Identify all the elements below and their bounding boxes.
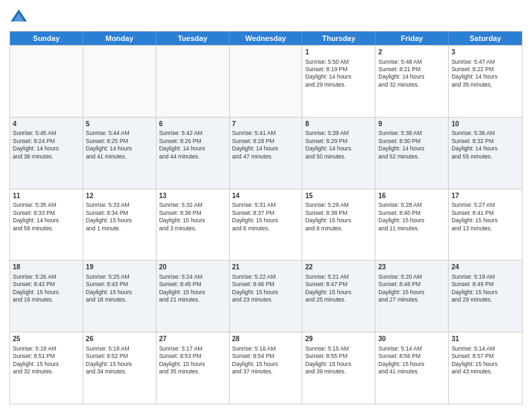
- weekday-header: Wednesday: [230, 32, 303, 45]
- calendar-cell: 2Sunrise: 5:48 AM Sunset: 8:21 PM Daylig…: [375, 46, 449, 117]
- day-number: 14: [232, 191, 300, 201]
- day-number: 30: [378, 334, 445, 344]
- day-details: Sunrise: 5:47 AM Sunset: 8:22 PM Dayligh…: [451, 58, 519, 89]
- calendar-cell: 24Sunrise: 5:19 AM Sunset: 8:49 PM Dayli…: [449, 261, 522, 332]
- calendar-cell: 31Sunrise: 5:14 AM Sunset: 8:57 PM Dayli…: [449, 332, 522, 404]
- day-number: 22: [305, 263, 372, 272]
- day-details: Sunrise: 5:38 AM Sunset: 8:30 PM Dayligh…: [378, 130, 445, 161]
- day-number: 31: [451, 334, 519, 344]
- day-details: Sunrise: 5:22 AM Sunset: 8:46 PM Dayligh…: [232, 273, 300, 304]
- day-details: Sunrise: 5:33 AM Sunset: 8:34 PM Dayligh…: [86, 201, 153, 232]
- day-details: Sunrise: 5:24 AM Sunset: 8:45 PM Dayligh…: [159, 273, 226, 304]
- day-details: Sunrise: 5:15 AM Sunset: 8:55 PM Dayligh…: [305, 345, 372, 376]
- day-number: 9: [378, 120, 445, 129]
- day-details: Sunrise: 5:21 AM Sunset: 8:47 PM Dayligh…: [305, 273, 372, 304]
- calendar-cell: 5Sunrise: 5:44 AM Sunset: 8:25 PM Daylig…: [83, 118, 157, 189]
- day-number: 16: [378, 191, 445, 201]
- day-details: Sunrise: 5:39 AM Sunset: 8:29 PM Dayligh…: [305, 130, 372, 161]
- page: SundayMondayTuesdayWednesdayThursdayFrid…: [0, 0, 532, 411]
- day-details: Sunrise: 5:19 AM Sunset: 8:51 PM Dayligh…: [13, 345, 80, 376]
- day-details: Sunrise: 5:42 AM Sunset: 8:26 PM Dayligh…: [159, 130, 226, 161]
- day-number: 11: [13, 191, 80, 201]
- day-details: Sunrise: 5:19 AM Sunset: 8:49 PM Dayligh…: [451, 273, 519, 304]
- calendar-cell: 19Sunrise: 5:25 AM Sunset: 8:43 PM Dayli…: [83, 261, 157, 332]
- day-number: 10: [451, 120, 519, 129]
- calendar-row: 25Sunrise: 5:19 AM Sunset: 8:51 PM Dayli…: [10, 332, 522, 404]
- calendar-cell: 8Sunrise: 5:39 AM Sunset: 8:29 PM Daylig…: [302, 118, 375, 189]
- day-number: 15: [305, 191, 372, 201]
- calendar-row: 4Sunrise: 5:45 AM Sunset: 8:24 PM Daylig…: [10, 117, 522, 189]
- day-number: 5: [86, 120, 153, 129]
- calendar-body: 1Sunrise: 5:50 AM Sunset: 8:19 PM Daylig…: [10, 45, 522, 404]
- calendar-cell: 26Sunrise: 5:18 AM Sunset: 8:52 PM Dayli…: [83, 332, 157, 404]
- day-number: 27: [159, 334, 226, 344]
- calendar-cell: 17Sunrise: 5:27 AM Sunset: 8:41 PM Dayli…: [449, 189, 522, 261]
- day-number: 3: [451, 48, 519, 57]
- day-details: Sunrise: 5:14 AM Sunset: 8:56 PM Dayligh…: [378, 345, 445, 376]
- day-number: 12: [86, 191, 153, 201]
- day-number: 2: [378, 48, 445, 57]
- day-details: Sunrise: 5:41 AM Sunset: 8:28 PM Dayligh…: [232, 130, 300, 161]
- day-details: Sunrise: 5:25 AM Sunset: 8:43 PM Dayligh…: [86, 273, 153, 304]
- calendar-row: 11Sunrise: 5:35 AM Sunset: 8:33 PM Dayli…: [10, 189, 522, 261]
- day-number: 26: [86, 334, 153, 344]
- weekday-header: Tuesday: [157, 32, 230, 45]
- calendar-cell: 18Sunrise: 5:26 AM Sunset: 8:42 PM Dayli…: [10, 261, 83, 332]
- calendar-cell: 9Sunrise: 5:38 AM Sunset: 8:30 PM Daylig…: [375, 118, 449, 189]
- day-details: Sunrise: 5:29 AM Sunset: 8:38 PM Dayligh…: [305, 201, 372, 232]
- day-details: Sunrise: 5:28 AM Sunset: 8:40 PM Dayligh…: [378, 201, 445, 232]
- day-details: Sunrise: 5:14 AM Sunset: 8:57 PM Dayligh…: [451, 345, 519, 376]
- header: [9, 7, 523, 26]
- weekday-header: Monday: [83, 32, 157, 45]
- calendar-header: SundayMondayTuesdayWednesdayThursdayFrid…: [10, 32, 522, 45]
- day-number: 6: [159, 120, 226, 129]
- day-details: Sunrise: 5:35 AM Sunset: 8:33 PM Dayligh…: [13, 201, 80, 232]
- day-details: Sunrise: 5:45 AM Sunset: 8:24 PM Dayligh…: [13, 130, 80, 161]
- calendar-cell: 7Sunrise: 5:41 AM Sunset: 8:28 PM Daylig…: [230, 118, 303, 189]
- calendar-cell: [10, 46, 83, 117]
- calendar-cell: [230, 46, 303, 117]
- day-number: 4: [13, 120, 80, 129]
- day-number: 18: [13, 263, 80, 272]
- calendar: SundayMondayTuesdayWednesdayThursdayFrid…: [9, 31, 523, 404]
- day-number: 24: [451, 263, 519, 272]
- day-number: 28: [232, 334, 300, 344]
- weekday-header: Friday: [375, 32, 449, 45]
- day-details: Sunrise: 5:50 AM Sunset: 8:19 PM Dayligh…: [305, 58, 372, 89]
- day-number: 1: [305, 48, 372, 57]
- calendar-row: 18Sunrise: 5:26 AM Sunset: 8:42 PM Dayli…: [10, 260, 522, 332]
- calendar-cell: 13Sunrise: 5:32 AM Sunset: 8:36 PM Dayli…: [157, 189, 230, 261]
- calendar-row: 1Sunrise: 5:50 AM Sunset: 8:19 PM Daylig…: [10, 45, 522, 117]
- calendar-cell: 25Sunrise: 5:19 AM Sunset: 8:51 PM Dayli…: [10, 332, 83, 404]
- calendar-cell: 30Sunrise: 5:14 AM Sunset: 8:56 PM Dayli…: [375, 332, 449, 404]
- calendar-cell: 15Sunrise: 5:29 AM Sunset: 8:38 PM Dayli…: [302, 189, 375, 261]
- calendar-cell: [157, 46, 230, 117]
- day-details: Sunrise: 5:32 AM Sunset: 8:36 PM Dayligh…: [159, 201, 226, 232]
- calendar-cell: 28Sunrise: 5:16 AM Sunset: 8:54 PM Dayli…: [230, 332, 303, 404]
- calendar-cell: 23Sunrise: 5:20 AM Sunset: 8:48 PM Dayli…: [375, 261, 449, 332]
- weekday-header: Thursday: [302, 32, 375, 45]
- calendar-cell: 20Sunrise: 5:24 AM Sunset: 8:45 PM Dayli…: [157, 261, 230, 332]
- calendar-cell: 29Sunrise: 5:15 AM Sunset: 8:55 PM Dayli…: [302, 332, 375, 404]
- day-number: 29: [305, 334, 372, 344]
- calendar-cell: 4Sunrise: 5:45 AM Sunset: 8:24 PM Daylig…: [10, 118, 83, 189]
- logo-icon: [9, 7, 28, 26]
- day-details: Sunrise: 5:27 AM Sunset: 8:41 PM Dayligh…: [451, 201, 519, 232]
- day-details: Sunrise: 5:48 AM Sunset: 8:21 PM Dayligh…: [378, 58, 445, 89]
- day-number: 20: [159, 263, 226, 272]
- calendar-cell: 14Sunrise: 5:31 AM Sunset: 8:37 PM Dayli…: [230, 189, 303, 261]
- calendar-cell: 3Sunrise: 5:47 AM Sunset: 8:22 PM Daylig…: [449, 46, 522, 117]
- day-number: 17: [451, 191, 519, 201]
- calendar-cell: 21Sunrise: 5:22 AM Sunset: 8:46 PM Dayli…: [230, 261, 303, 332]
- calendar-cell: 27Sunrise: 5:17 AM Sunset: 8:53 PM Dayli…: [157, 332, 230, 404]
- calendar-cell: 22Sunrise: 5:21 AM Sunset: 8:47 PM Dayli…: [302, 261, 375, 332]
- calendar-cell: 10Sunrise: 5:36 AM Sunset: 8:32 PM Dayli…: [449, 118, 522, 189]
- day-number: 8: [305, 120, 372, 129]
- day-details: Sunrise: 5:17 AM Sunset: 8:53 PM Dayligh…: [159, 345, 226, 376]
- calendar-cell: 11Sunrise: 5:35 AM Sunset: 8:33 PM Dayli…: [10, 189, 83, 261]
- day-details: Sunrise: 5:44 AM Sunset: 8:25 PM Dayligh…: [86, 130, 153, 161]
- weekday-header: Saturday: [449, 32, 522, 45]
- day-number: 23: [378, 263, 445, 272]
- calendar-cell: 6Sunrise: 5:42 AM Sunset: 8:26 PM Daylig…: [157, 118, 230, 189]
- calendar-cell: [83, 46, 157, 117]
